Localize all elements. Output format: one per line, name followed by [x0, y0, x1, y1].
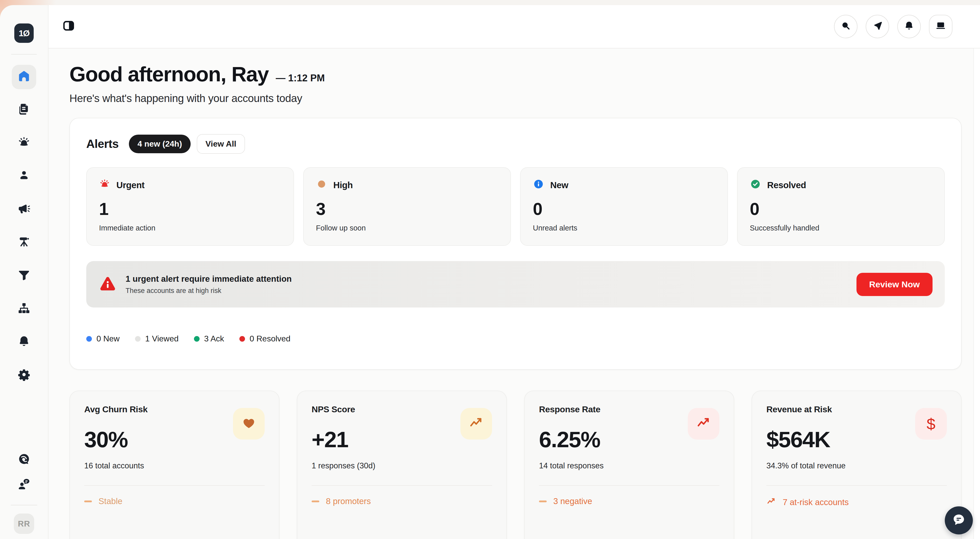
metric-caption: 1 responses (30d) — [312, 461, 492, 471]
legend-label: 0 New — [97, 334, 120, 344]
legend-item-new: 0 New — [86, 334, 120, 344]
sitemap-icon — [18, 302, 30, 317]
alerts-panel: Alerts 4 new (24h) View All Urgent 1 Imm… — [69, 118, 962, 370]
alert-card-label: New — [550, 180, 568, 190]
alert-card-count: 3 — [316, 199, 498, 219]
legend-label: 3 Ack — [204, 334, 224, 344]
metric-footer-label: 3 negative — [553, 496, 592, 506]
main-area: Good afternoon, Ray — 1:12 PM Here's wha… — [48, 5, 980, 539]
info-circle-icon — [533, 179, 544, 192]
home-icon — [18, 70, 30, 85]
laptop-icon — [935, 21, 946, 33]
check-circle-icon — [750, 179, 761, 192]
metric-caption: 34.3% of total revenue — [767, 461, 947, 471]
dash-icon — [539, 501, 547, 502]
metric-card-revenue-at-risk: Revenue at Risk $ $564K 34.3% of total r… — [752, 391, 962, 539]
paper-plane-icon — [872, 21, 883, 33]
sidebar-item-feedback[interactable] — [12, 472, 36, 497]
sidebar-footer-divider — [11, 505, 37, 505]
sidebar-item-filter[interactable] — [12, 264, 36, 288]
topbar-actions — [834, 15, 953, 38]
search-icon — [840, 21, 851, 33]
alerts-header: Alerts 4 new (24h) View All — [86, 133, 945, 155]
alert-card-label: Urgent — [116, 180, 145, 190]
metric-card-nps-score: NPS Score +21 1 responses (30d) 8 promot… — [297, 391, 507, 539]
sidebar-item-settings[interactable] — [12, 363, 36, 388]
dollar-icon: $ — [927, 415, 935, 433]
sidebar: 1Ø — [0, 5, 48, 539]
alert-card-resolved[interactable]: Resolved 0 Successfully handled — [737, 167, 945, 246]
metric-divider — [84, 485, 265, 486]
metric-footer-label: 7 at-risk accounts — [783, 498, 849, 507]
notifications-button[interactable] — [897, 15, 921, 38]
page-content: Good afternoon, Ray — 1:12 PM Here's wha… — [48, 48, 980, 539]
alert-card-high[interactable]: High 3 Follow up soon — [303, 167, 511, 246]
legend-dot — [86, 336, 92, 342]
user-avatar[interactable]: RR — [14, 514, 34, 534]
sidebar-item-contacts[interactable] — [12, 164, 36, 189]
alert-summary-cards: Urgent 1 Immediate action High 3 Follow — [86, 167, 945, 246]
search-button[interactable] — [834, 15, 858, 38]
user-icon — [18, 169, 30, 184]
trend-up-icon — [469, 415, 484, 433]
metric-cards: Avg Churn Risk 30% 16 total accounts Sta… — [69, 391, 962, 539]
bell-icon — [904, 21, 915, 33]
alerts-title: Alerts — [86, 137, 119, 151]
alerts-status-legend: 0 New 1 Viewed 3 Ack 0 Resolved — [86, 334, 945, 344]
alert-card-count: 1 — [99, 199, 281, 219]
alarm-light-icon — [18, 136, 30, 151]
sidebar-item-support[interactable] — [12, 448, 36, 472]
legend-dot — [135, 336, 141, 342]
legend-label: 1 Viewed — [145, 334, 179, 344]
chat-fab-button[interactable] — [945, 506, 973, 534]
alerts-new-badge[interactable]: 4 new (24h) — [129, 135, 191, 153]
scrollbar-track[interactable] — [974, 48, 980, 539]
sidebar-item-hierarchy[interactable] — [12, 297, 36, 321]
metric-divider — [312, 485, 492, 486]
workspace-button[interactable] — [929, 15, 953, 38]
heart-icon — [241, 415, 256, 433]
banner-title: 1 urgent alert require immediate attenti… — [126, 274, 292, 284]
sidebar-item-home[interactable] — [12, 65, 36, 89]
sidebar-item-documents[interactable] — [12, 98, 36, 122]
bell-icon — [18, 335, 30, 350]
metric-divider — [767, 485, 947, 486]
sidebar-item-announcements[interactable] — [12, 197, 36, 222]
dashboard-page: 1Ø — [0, 0, 980, 539]
dash-icon — [312, 501, 319, 502]
sidebar-item-recordings[interactable] — [12, 230, 36, 255]
metric-caption: 14 total responses — [539, 461, 719, 471]
sidebar-nav — [12, 65, 36, 388]
sidebar-item-notifications[interactable] — [12, 330, 36, 354]
camera-tripod-icon — [18, 235, 30, 250]
warning-triangle-icon — [99, 275, 117, 293]
legend-item-viewed: 1 Viewed — [135, 334, 179, 344]
alert-card-count: 0 — [750, 199, 932, 219]
legend-item-ack: 3 Ack — [194, 334, 224, 344]
alert-card-new[interactable]: New 0 Unread alerts — [520, 167, 728, 246]
megaphone-icon — [18, 202, 30, 217]
legend-dot — [239, 336, 245, 342]
greeting-row: Good afternoon, Ray — 1:12 PM — [69, 62, 962, 86]
page-title: Good afternoon, Ray — [69, 62, 269, 86]
metric-iconbox — [233, 408, 265, 439]
sidebar-item-alarm[interactable] — [12, 131, 36, 155]
topbar — [48, 5, 980, 48]
dash-icon — [84, 501, 92, 502]
review-now-button[interactable]: Review Now — [856, 273, 932, 296]
orange-dot-icon — [316, 179, 327, 192]
chat-bubble-icon — [952, 512, 966, 528]
page-subtitle: Here's what's happening with your accoun… — [69, 92, 962, 105]
urgent-alert-banner: 1 urgent alert require immediate attenti… — [86, 261, 945, 308]
metric-card-churn-risk: Avg Churn Risk 30% 16 total accounts Sta… — [69, 391, 280, 539]
view-all-button[interactable]: View All — [197, 134, 245, 154]
metric-divider — [539, 485, 719, 486]
app-logo[interactable]: 1Ø — [14, 24, 34, 43]
trend-up-small-icon — [767, 496, 776, 508]
alert-card-urgent[interactable]: Urgent 1 Immediate action — [86, 167, 294, 246]
send-button[interactable] — [865, 15, 889, 38]
siren-icon — [99, 179, 110, 192]
alert-card-caption: Follow up soon — [316, 224, 498, 232]
sidebar-toggle-button[interactable] — [62, 19, 75, 34]
sidebar-footer: RR — [11, 448, 37, 539]
